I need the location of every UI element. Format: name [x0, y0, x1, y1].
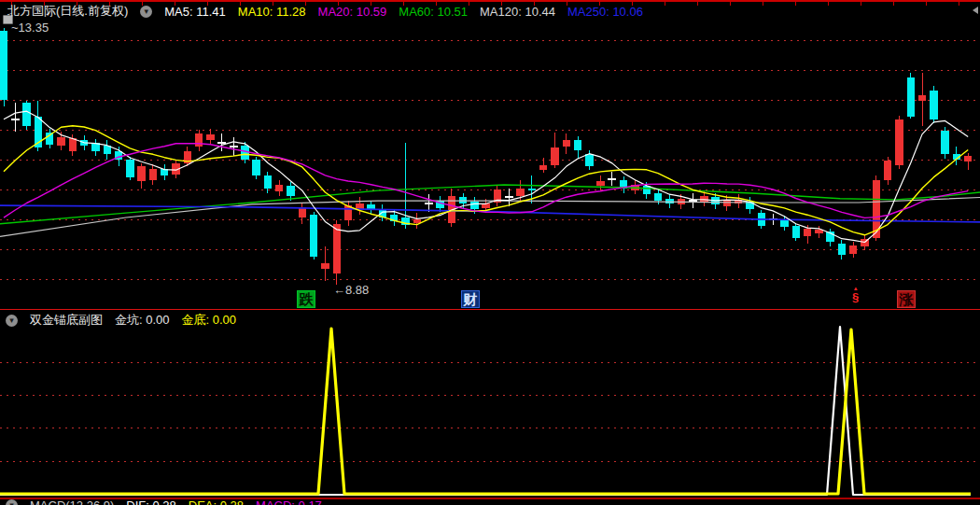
candle[interactable]	[126, 157, 133, 180]
candle[interactable]	[137, 163, 145, 189]
candle[interactable]	[792, 223, 800, 241]
ma10-value: MA10: 11.28	[238, 5, 306, 19]
candle[interactable]	[907, 73, 915, 119]
high-price-label: ~13.35	[11, 21, 49, 35]
main-chart-header: 北方国际(日线.前复权) ▾ MA5: 11.41 MA10: 11.28 MA…	[7, 3, 643, 20]
candle[interactable]	[930, 86, 937, 123]
candle[interactable]	[551, 133, 558, 168]
marker-zhang-badge[interactable]: 涨	[897, 290, 916, 308]
candle[interactable]	[689, 193, 697, 208]
candle[interactable]	[22, 101, 30, 130]
collapse-chevron-icon[interactable]: ▾	[6, 499, 18, 505]
candle[interactable]	[413, 213, 421, 229]
candle[interactable]	[665, 194, 673, 207]
candle[interactable]	[321, 246, 329, 281]
candle[interactable]	[0, 28, 7, 106]
candle[interactable]	[206, 129, 214, 145]
chevron-down-glyph: ▾	[145, 7, 149, 16]
ma20-value: MA20: 10.59	[318, 5, 387, 19]
ma5-value: MA5: 11.41	[164, 5, 226, 19]
ma60-value: MA60: 10.51	[399, 5, 468, 19]
candle[interactable]	[941, 127, 948, 158]
jindi-value: 金底: 0.00	[182, 312, 237, 329]
chevron-down-glyph: ▾	[9, 316, 14, 325]
indicator-line-金底	[0, 329, 971, 494]
ma120-line	[0, 198, 980, 237]
section-glyph: §	[852, 291, 859, 303]
candle[interactable]	[104, 140, 111, 161]
collapse-chevron-icon[interactable]: ▾	[140, 6, 152, 18]
candle[interactable]	[964, 153, 972, 170]
candle[interactable]	[252, 157, 259, 178]
candle[interactable]	[505, 189, 513, 205]
candle[interactable]	[596, 175, 604, 190]
candle[interactable]	[149, 164, 157, 185]
collapse-chevron-icon[interactable]: ▾	[6, 315, 18, 327]
candle[interactable]	[838, 240, 846, 260]
ma250-value: MA250: 10.06	[567, 5, 643, 19]
macd-title: MACD(12,26,9)	[30, 498, 114, 505]
ma-lines-layer	[0, 111, 980, 242]
candle[interactable]	[230, 137, 238, 156]
jinkeng-value: 金坑: 0.00	[115, 312, 170, 329]
candle[interactable]	[884, 157, 891, 185]
candlestick-chart[interactable]	[0, 0, 980, 505]
candle[interactable]	[275, 180, 283, 196]
candle[interactable]	[46, 129, 53, 149]
candle[interactable]	[57, 132, 64, 150]
chevron-down-glyph: ▾	[9, 501, 14, 505]
section-marker[interactable]: ▲ §	[852, 286, 859, 303]
indicator-title: 双金锚底副图	[30, 312, 103, 329]
low-price-label: ←8.88	[333, 283, 369, 297]
dif-value: DIF: 0.28	[126, 498, 175, 505]
candle[interactable]	[494, 185, 501, 206]
candle[interactable]	[161, 164, 168, 180]
marker-cai-badge[interactable]: 财	[461, 290, 480, 308]
marker-die-badge[interactable]: 跌	[297, 290, 315, 308]
candle[interactable]	[11, 103, 20, 132]
candles-layer[interactable]	[0, 28, 972, 285]
candle[interactable]	[563, 133, 570, 154]
candle[interactable]	[287, 182, 294, 200]
candle[interactable]	[299, 203, 306, 224]
candle[interactable]	[356, 197, 363, 214]
ma120-value: MA120: 10.44	[480, 5, 555, 19]
symbol-title: 北方国际(日线.前复权)	[7, 3, 128, 20]
macd-value: MACD: 0.17	[256, 498, 322, 505]
candle[interactable]	[539, 158, 547, 173]
candle[interactable]	[448, 189, 455, 227]
scroll-arrow-icon[interactable]	[973, 7, 978, 14]
candle[interactable]	[574, 136, 581, 158]
candle[interactable]	[264, 172, 272, 193]
trading-app-window: 北方国际(日线.前复权) ▾ MA5: 11.41 MA10: 11.28 MA…	[0, 0, 980, 505]
candle[interactable]	[310, 212, 317, 260]
indicator-lines-layer	[0, 327, 971, 495]
candle[interactable]	[425, 194, 433, 211]
candle[interactable]	[91, 139, 99, 156]
ma60-line	[0, 185, 980, 224]
candle[interactable]	[217, 133, 226, 152]
dea-value: DEA: 0.28	[189, 498, 244, 505]
candle[interactable]	[608, 172, 616, 186]
candle[interactable]	[918, 73, 926, 126]
candle[interactable]	[195, 130, 203, 151]
candle[interactable]	[849, 242, 857, 258]
candle[interactable]	[895, 116, 903, 169]
ma5-line	[4, 111, 968, 242]
candle[interactable]	[826, 229, 833, 246]
indicator-panel-header: ▾ 双金锚底副图 金坑: 0.00 金底: 0.00	[6, 312, 236, 329]
macd-panel-header: ▾ MACD(12,26,9) DIF: 0.28 DEA: 0.28 MACD…	[6, 498, 322, 505]
indicator-line-金坑	[0, 327, 971, 495]
candle[interactable]	[620, 176, 627, 192]
ma10-line	[4, 126, 968, 235]
